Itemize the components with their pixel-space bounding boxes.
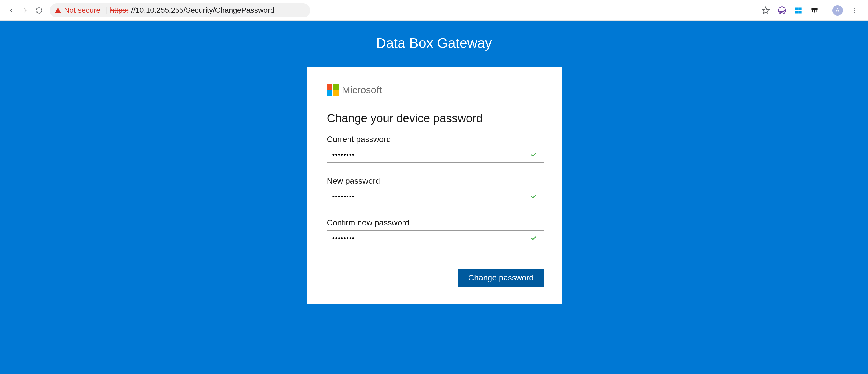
brand-text: Microsoft (342, 84, 382, 96)
warning-icon (55, 7, 61, 13)
profile-avatar[interactable]: A (832, 5, 843, 15)
current-password-label: Current password (327, 135, 541, 144)
confirm-password-wrap (327, 230, 541, 246)
confirm-password-input[interactable] (327, 230, 544, 246)
not-secure-label: Not secure (64, 6, 100, 15)
chrome-right-icons: A (761, 5, 862, 15)
check-icon (530, 235, 537, 242)
svg-rect-4 (795, 11, 798, 13)
browser-chrome: Not secure | https://10.10.255.255/Secur… (0, 0, 868, 21)
bookmark-star-icon[interactable] (761, 5, 771, 15)
button-row: Change password (327, 269, 544, 286)
avatar-initial: A (836, 7, 839, 13)
new-password-label: New password (327, 177, 541, 186)
new-password-wrap (327, 189, 541, 204)
svg-rect-3 (799, 7, 802, 10)
check-icon (530, 193, 537, 200)
svg-point-8 (854, 10, 855, 11)
extension-eye-icon[interactable] (809, 5, 819, 15)
change-password-card: Microsoft Change your device password Cu… (307, 67, 562, 304)
chrome-menu-icon[interactable] (849, 5, 859, 15)
confirm-password-label: Confirm new password (327, 218, 541, 227)
current-password-wrap (327, 147, 541, 162)
brand-row: Microsoft (327, 84, 541, 96)
current-password-input[interactable] (327, 147, 544, 162)
svg-rect-5 (799, 11, 802, 13)
forward-button[interactable] (20, 5, 30, 15)
new-password-input[interactable] (327, 189, 544, 204)
extension-circle-icon[interactable] (777, 5, 787, 15)
url-path: //10.10.255.255/Security/ChangePassword (131, 6, 274, 15)
url-divider: | (105, 6, 107, 15)
microsoft-logo-icon (327, 84, 339, 96)
browser-window: Not secure | https://10.10.255.255/Secur… (0, 0, 868, 374)
svg-point-9 (854, 12, 855, 13)
svg-point-7 (854, 8, 855, 9)
address-bar[interactable]: Not secure | https://10.10.255.255/Secur… (50, 3, 310, 18)
windows-icon[interactable] (793, 5, 803, 15)
card-heading: Change your device password (327, 112, 541, 125)
reload-button[interactable] (34, 5, 44, 15)
text-caret (365, 234, 365, 243)
page-content: Data Box Gateway Microsoft Change your d… (0, 21, 868, 374)
change-password-button[interactable]: Change password (458, 269, 544, 286)
svg-rect-2 (795, 7, 798, 10)
https-label: https: (110, 6, 129, 15)
page-title: Data Box Gateway (376, 35, 492, 51)
back-button[interactable] (6, 5, 17, 15)
svg-marker-0 (762, 7, 769, 13)
check-icon (530, 151, 537, 158)
